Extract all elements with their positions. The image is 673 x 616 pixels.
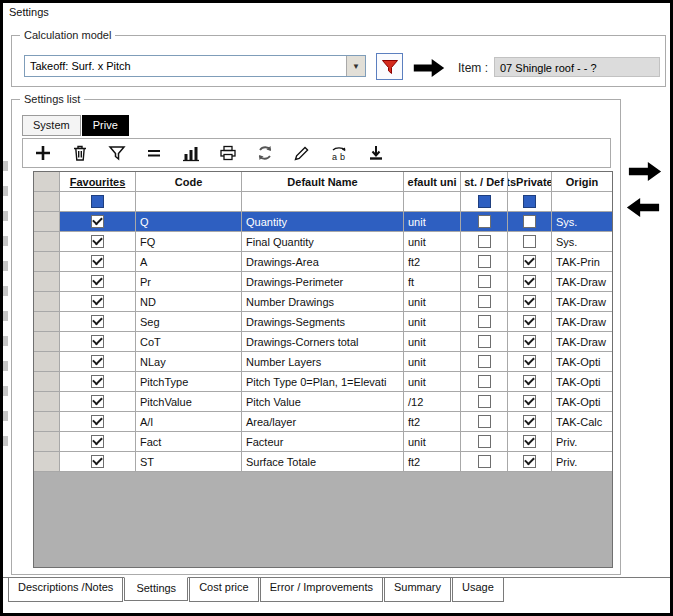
inst-def-checkbox[interactable] xyxy=(478,215,491,228)
table-row[interactable]: ADrawings-Areaft2TAK-Prin xyxy=(34,252,612,272)
chart-button[interactable] xyxy=(179,141,203,165)
edit-button[interactable] xyxy=(290,141,314,165)
favourite-checkbox[interactable] xyxy=(91,335,104,348)
is-private-checkbox[interactable] xyxy=(523,215,536,228)
import-button[interactable] xyxy=(364,141,388,165)
tab-prive[interactable]: Prive xyxy=(82,115,129,136)
table-row[interactable]: PitchTypePitch Type 0=Plan, 1=Elevatiuni… xyxy=(34,372,612,392)
row-header-cell[interactable] xyxy=(34,332,60,352)
favourite-checkbox[interactable] xyxy=(91,355,104,368)
chevron-down-icon[interactable]: ▼ xyxy=(346,56,365,76)
inst-def-checkbox[interactable] xyxy=(478,395,491,408)
row-header-cell[interactable] xyxy=(34,392,60,412)
favourite-checkbox[interactable] xyxy=(91,275,104,288)
row-header-cell[interactable] xyxy=(34,272,60,292)
is-private-checkbox[interactable] xyxy=(523,335,536,348)
print-button[interactable] xyxy=(216,141,240,165)
row-header-cell[interactable] xyxy=(34,432,60,452)
inst-def-checkbox[interactable] xyxy=(478,335,491,348)
is-private-checkbox[interactable] xyxy=(523,295,536,308)
table-row[interactable]: QQuantityunitSys. xyxy=(34,212,612,232)
table-row[interactable]: FactFacteurunitPriv. xyxy=(34,432,612,452)
favourite-checkbox[interactable] xyxy=(91,255,104,268)
inst-def-checkbox[interactable] xyxy=(478,435,491,448)
is-private-checkbox[interactable] xyxy=(523,395,536,408)
is-private-filter-checkbox[interactable] xyxy=(523,195,536,208)
table-row[interactable]: CoTDrawings-Corners totalunitTAK-Draw xyxy=(34,332,612,352)
is-private-checkbox[interactable] xyxy=(523,355,536,368)
row-header-cell[interactable] xyxy=(34,212,60,232)
tab-error-improvements[interactable]: Error / Improvements xyxy=(260,578,383,602)
row-header-cell[interactable] xyxy=(34,292,60,312)
remove-filter-button[interactable] xyxy=(142,141,166,165)
table-row[interactable]: FQFinal QuantityunitSys. xyxy=(34,232,612,252)
header-is-private[interactable]: tsPrivate xyxy=(508,172,552,192)
filter-icon xyxy=(107,143,127,163)
tab-settings[interactable]: Settings xyxy=(124,577,188,601)
is-private-checkbox[interactable] xyxy=(523,235,536,248)
move-right-arrow-icon[interactable] xyxy=(627,159,663,184)
inst-def-checkbox[interactable] xyxy=(478,255,491,268)
tab-cost-price[interactable]: Cost price xyxy=(189,578,259,602)
is-private-checkbox[interactable] xyxy=(523,315,536,328)
favourite-checkbox[interactable] xyxy=(91,435,104,448)
favourite-checkbox[interactable] xyxy=(91,455,104,468)
is-private-checkbox[interactable] xyxy=(523,255,536,268)
favourite-checkbox[interactable] xyxy=(91,415,104,428)
favourite-checkbox[interactable] xyxy=(91,295,104,308)
inst-def-checkbox[interactable] xyxy=(478,275,491,288)
tab-system[interactable]: System xyxy=(22,115,81,136)
favourite-checkbox[interactable] xyxy=(91,375,104,388)
tab-summary[interactable]: Summary xyxy=(384,578,451,602)
table-row[interactable]: A/lArea/layerft2TAK-Calc xyxy=(34,412,612,432)
table-row[interactable]: STSurface Totaleft2Priv. xyxy=(34,452,612,472)
favourite-checkbox[interactable] xyxy=(91,215,104,228)
row-header-cell[interactable] xyxy=(34,372,60,392)
filter-button[interactable] xyxy=(105,141,129,165)
row-header-cell[interactable] xyxy=(34,352,60,372)
table-row[interactable]: PrDrawings-PerimeterftTAK-Draw xyxy=(34,272,612,292)
favourites-filter-checkbox[interactable] xyxy=(91,195,104,208)
go-arrow-icon[interactable] xyxy=(412,56,446,80)
model-filter-button[interactable] xyxy=(376,53,403,80)
add-button[interactable] xyxy=(31,141,55,165)
favourite-checkbox[interactable] xyxy=(91,395,104,408)
inst-def-checkbox[interactable] xyxy=(478,355,491,368)
row-header-cell[interactable] xyxy=(34,252,60,272)
table-row[interactable]: NDNumber DrawingsunitTAK-Draw xyxy=(34,292,612,312)
inst-def-checkbox[interactable] xyxy=(478,415,491,428)
is-private-checkbox[interactable] xyxy=(523,375,536,388)
favourite-checkbox[interactable] xyxy=(91,235,104,248)
table-row[interactable]: NLayNumber LayersunitTAK-Opti xyxy=(34,352,612,372)
row-header-cell[interactable] xyxy=(34,452,60,472)
refresh-button[interactable] xyxy=(253,141,277,165)
is-private-checkbox[interactable] xyxy=(523,275,536,288)
header-origin[interactable]: Origin xyxy=(552,172,612,192)
header-default-unit[interactable]: efault uni xyxy=(404,172,461,192)
row-header-cell[interactable] xyxy=(34,232,60,252)
header-code[interactable]: Code xyxy=(136,172,242,192)
inst-def-filter-checkbox[interactable] xyxy=(478,195,491,208)
is-private-checkbox[interactable] xyxy=(523,455,536,468)
table-row[interactable]: SegDrawings-SegmentsunitTAK-Draw xyxy=(34,312,612,332)
inst-def-checkbox[interactable] xyxy=(478,295,491,308)
inst-def-checkbox[interactable] xyxy=(478,455,491,468)
is-private-checkbox[interactable] xyxy=(523,415,536,428)
header-default-name[interactable]: Default Name xyxy=(242,172,404,192)
table-row[interactable]: PitchValuePitch Value/12TAK-Opti xyxy=(34,392,612,412)
delete-button[interactable] xyxy=(68,141,92,165)
row-header-cell[interactable] xyxy=(34,312,60,332)
inst-def-checkbox[interactable] xyxy=(478,375,491,388)
move-left-arrow-icon[interactable] xyxy=(625,195,661,220)
header-favourites[interactable]: Favourites xyxy=(60,172,136,192)
header-inst-def[interactable]: st. / Def xyxy=(461,172,508,192)
row-header-cell[interactable] xyxy=(34,412,60,432)
favourite-checkbox[interactable] xyxy=(91,315,104,328)
rename-button[interactable]: ab xyxy=(327,141,351,165)
is-private-checkbox[interactable] xyxy=(523,435,536,448)
inst-def-checkbox[interactable] xyxy=(478,235,491,248)
tab-descriptions-notes[interactable]: Descriptions /Notes xyxy=(8,578,123,602)
tab-usage[interactable]: Usage xyxy=(452,578,504,602)
inst-def-checkbox[interactable] xyxy=(478,315,491,328)
calculation-model-dropdown[interactable]: Takeoff: Surf. x Pitch ▼ xyxy=(24,55,366,77)
